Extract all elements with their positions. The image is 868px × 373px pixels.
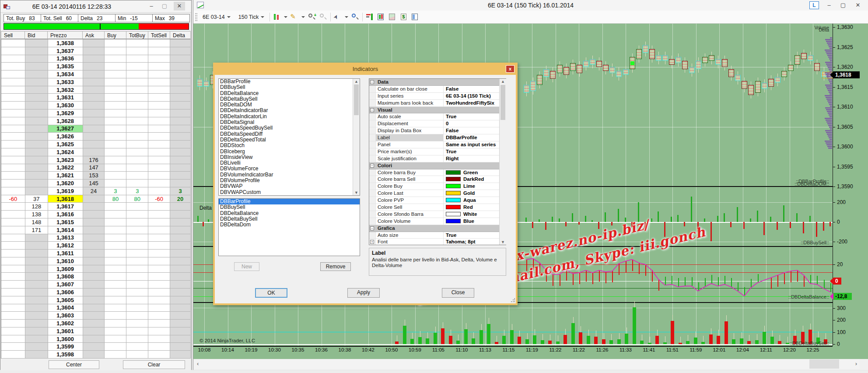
selected-indicator-item[interactable]: DBBarProfile — [219, 199, 360, 204]
dom-cell[interactable] — [170, 304, 191, 312]
property-row[interactable]: Display in Data BoxFalse — [369, 127, 506, 134]
dom-cell[interactable] — [105, 133, 126, 141]
property-row[interactable]: Colore Sfondo BarraWhite — [369, 211, 506, 218]
dom-cell[interactable] — [25, 320, 48, 327]
dom-maximize-button[interactable]: ▢ — [159, 2, 170, 11]
dom-cell[interactable] — [105, 226, 126, 234]
dom-cell[interactable] — [148, 289, 170, 296]
property-value[interactable]: Red — [444, 204, 506, 211]
dom-cell[interactable] — [25, 281, 48, 289]
dom-cell[interactable] — [148, 335, 170, 343]
candle[interactable] — [662, 55, 668, 61]
candle[interactable] — [530, 81, 536, 91]
dom-cell[interactable] — [148, 86, 170, 94]
indicator-list-item[interactable]: DBDeltaBuySell — [219, 96, 360, 102]
dom-cell[interactable]: 1,3635 — [48, 63, 83, 70]
property-value[interactable]: 6E 03-14 (150 Tick) — [444, 93, 506, 99]
dom-cell[interactable] — [170, 141, 191, 148]
dom-cell[interactable] — [105, 86, 126, 94]
candle[interactable] — [794, 55, 800, 65]
property-row[interactable]: Colore VolumeBlue — [369, 218, 506, 225]
dom-cell[interactable] — [126, 86, 148, 94]
property-value[interactable]: TwoHundredFiftySix — [444, 100, 506, 106]
dom-cell[interactable] — [105, 179, 126, 187]
chevron-down-icon[interactable] — [345, 16, 348, 18]
property-value[interactable]: Blue — [444, 218, 506, 225]
dom-price-ladder[interactable]: 1,36381,36371,36361,36351,36341,36331,36… — [1, 39, 191, 359]
dom-cell[interactable] — [126, 164, 148, 172]
property-value[interactable]: False — [444, 86, 506, 92]
candle[interactable] — [722, 59, 728, 67]
dom-cell[interactable] — [126, 94, 148, 102]
dom-row[interactable]: 1,3603 — [1, 312, 191, 320]
property-row[interactable]: Displacement0 — [369, 120, 506, 127]
candle[interactable] — [590, 59, 595, 65]
dom-cell[interactable] — [126, 203, 148, 211]
dom-cell[interactable] — [148, 304, 170, 312]
dom-cell[interactable]: 1,3613 — [48, 234, 83, 242]
dom-cell[interactable] — [1, 281, 25, 289]
dom-cell[interactable] — [105, 55, 126, 63]
property-group[interactable]: −Visual — [369, 107, 506, 114]
dom-cell[interactable] — [105, 70, 126, 78]
dom-cell[interactable] — [105, 94, 126, 102]
dom-cell[interactable] — [1, 211, 25, 218]
dom-row[interactable]: 1,3600 — [1, 335, 191, 343]
candle[interactable] — [577, 65, 582, 73]
candle[interactable] — [808, 55, 813, 61]
candle[interactable] — [814, 63, 820, 71]
property-value[interactable]: Same as input series — [444, 141, 506, 148]
dom-cell[interactable]: 1,3633 — [48, 78, 83, 86]
dom-cell[interactable] — [105, 211, 126, 218]
dom-row[interactable]: 1,3629 — [1, 109, 191, 117]
property-group[interactable]: −Colori — [369, 162, 506, 169]
dom-cell[interactable] — [170, 172, 191, 179]
dom-cell[interactable] — [25, 164, 48, 172]
dom-cell[interactable] — [170, 156, 191, 164]
interval-dropdown[interactable]: 150 Tick — [236, 13, 267, 21]
dom-cell[interactable] — [126, 78, 148, 86]
dom-cell[interactable]: 1,3618 — [48, 195, 83, 203]
property-row[interactable]: Calculate on bar closeFalse — [369, 86, 506, 93]
dom-row[interactable]: -60371,36188080-6020 — [1, 195, 191, 203]
dom-cell[interactable] — [148, 55, 170, 63]
indicator-list-item[interactable]: DBVolumeProfile — [219, 178, 360, 183]
dom-cell[interactable] — [105, 335, 126, 343]
dom-cell[interactable] — [25, 39, 48, 47]
dom-cell[interactable]: 1,3624 — [48, 148, 83, 156]
dom-cell[interactable] — [170, 109, 191, 117]
dom-cell[interactable]: 1,3600 — [48, 335, 83, 343]
dom-cell[interactable] — [105, 218, 126, 226]
candle[interactable] — [643, 45, 648, 53]
dom-cell[interactable]: 1,3629 — [48, 109, 83, 117]
dom-cell[interactable]: 1,3603 — [48, 312, 83, 320]
chevron-down-icon[interactable] — [284, 16, 287, 18]
dom-cell[interactable] — [148, 47, 170, 55]
dom-row[interactable]: 1,3623176 — [1, 156, 191, 164]
dom-cell[interactable] — [83, 296, 105, 304]
dom-cell[interactable] — [126, 47, 148, 55]
dom-cell[interactable] — [148, 94, 170, 102]
dom-cell[interactable] — [83, 257, 105, 265]
dom-cell[interactable] — [1, 351, 25, 359]
dom-cell[interactable] — [25, 327, 48, 335]
dom-cell[interactable] — [83, 273, 105, 281]
dom-cell[interactable] — [1, 343, 25, 351]
dom-cell[interactable] — [170, 242, 191, 250]
dom-cell[interactable] — [105, 242, 126, 250]
candle[interactable] — [609, 67, 615, 73]
dom-cell[interactable]: 128 — [25, 203, 48, 211]
dom-cell[interactable] — [126, 289, 148, 296]
zoom-out-icon[interactable] — [319, 13, 328, 21]
dom-cell[interactable] — [126, 304, 148, 312]
dom-cell[interactable]: 153 — [83, 172, 105, 179]
dom-cell[interactable] — [25, 304, 48, 312]
apply-button[interactable]: Apply — [347, 288, 380, 298]
indicator-list-item[interactable]: DBDeltaDOM — [219, 102, 360, 108]
dom-cell[interactable] — [25, 289, 48, 296]
candle[interactable] — [775, 77, 780, 83]
scrollbar-thumb[interactable] — [809, 359, 839, 369]
collapse-icon[interactable]: − — [370, 164, 374, 168]
dom-cell[interactable]: 1,3622 — [48, 164, 83, 172]
candle[interactable] — [197, 79, 203, 87]
